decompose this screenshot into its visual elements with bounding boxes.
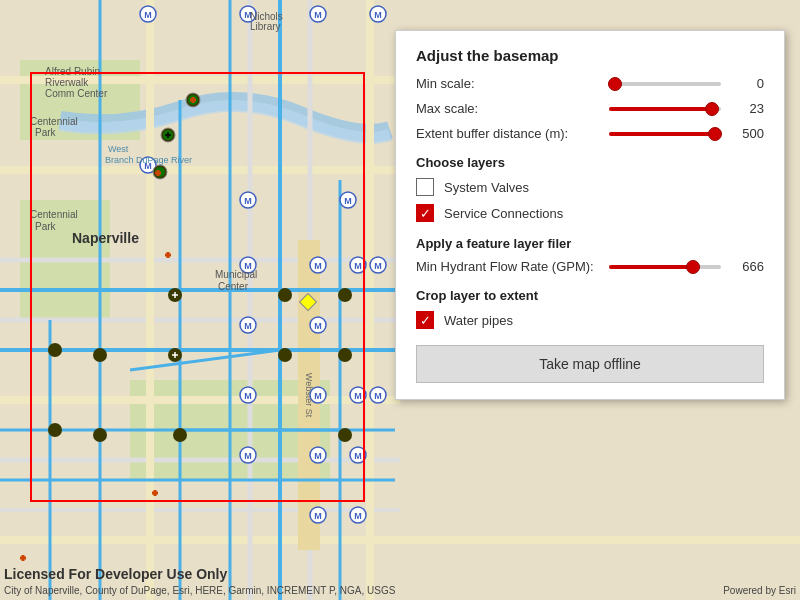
svg-text:M: M [354, 511, 362, 521]
svg-point-87 [338, 428, 352, 442]
water-pipes-row[interactable]: Water pipes [416, 311, 764, 329]
hydrant-fill [609, 265, 693, 269]
svg-point-88 [93, 428, 107, 442]
hydrant-track[interactable] [609, 265, 721, 269]
extent-label: Extent buffer distance (m): [416, 126, 601, 141]
svg-text:M: M [374, 391, 382, 401]
extent-value: 500 [729, 126, 764, 141]
system-valves-checkbox[interactable] [416, 178, 434, 196]
svg-text:Centennial: Centennial [30, 209, 78, 220]
max-scale-track[interactable] [609, 107, 721, 111]
svg-text:Municipal: Municipal [215, 269, 257, 280]
svg-text:Park: Park [35, 127, 57, 138]
svg-text:Library: Library [250, 21, 281, 32]
min-scale-thumb[interactable] [608, 77, 622, 91]
system-valves-row[interactable]: System Valves [416, 178, 764, 196]
water-pipes-label: Water pipes [444, 313, 513, 328]
crop-layer-title: Crop layer to extent [416, 288, 764, 303]
svg-text:Comm Center: Comm Center [45, 88, 108, 99]
max-scale-label: Max scale: [416, 101, 601, 116]
svg-text:M: M [354, 261, 362, 271]
min-scale-row: Min scale: 0 [416, 76, 764, 91]
svg-text:M: M [344, 196, 352, 206]
svg-text:West: West [108, 144, 129, 154]
service-connections-label: Service Connections [444, 206, 563, 221]
svg-text:Alfred Rubin: Alfred Rubin [45, 66, 100, 77]
svg-text:M: M [354, 451, 362, 461]
extent-buffer-row: Extent buffer distance (m): 500 [416, 126, 764, 141]
settings-panel: Adjust the basemap Min scale: 0 Max scal… [395, 30, 785, 400]
extent-thumb[interactable] [708, 127, 722, 141]
svg-point-84 [278, 348, 292, 362]
svg-point-91 [48, 423, 62, 437]
max-scale-fill [609, 107, 712, 111]
system-valves-label: System Valves [444, 180, 529, 195]
take-offline-button[interactable]: Take map offline [416, 345, 764, 383]
min-scale-value: 0 [729, 76, 764, 91]
svg-text:Park: Park [35, 221, 57, 232]
svg-text:Center: Center [218, 281, 249, 292]
map-attribution-left: City of Naperville, County of DuPage, Es… [4, 585, 395, 596]
svg-text:Riverwalk: Riverwalk [45, 77, 89, 88]
water-pipes-checkbox[interactable] [416, 311, 434, 329]
feature-filter-title: Apply a feature layer filer [416, 236, 764, 251]
svg-point-82 [173, 428, 187, 442]
svg-point-85 [338, 288, 352, 302]
svg-point-86 [338, 348, 352, 362]
service-connections-row[interactable]: Service Connections [416, 204, 764, 222]
hydrant-thumb[interactable] [686, 260, 700, 274]
svg-text:M: M [244, 196, 252, 206]
hydrant-flow-row: Min Hydrant Flow Rate (GPM): 666 [416, 259, 764, 274]
max-scale-row: Max scale: 23 [416, 101, 764, 116]
hydrant-label: Min Hydrant Flow Rate (GPM): [416, 259, 601, 274]
choose-layers-title: Choose layers [416, 155, 764, 170]
svg-text:M: M [314, 10, 322, 20]
adjust-basemap-title: Adjust the basemap [416, 47, 764, 64]
service-connections-checkbox[interactable] [416, 204, 434, 222]
svg-text:M: M [354, 391, 362, 401]
svg-text:M: M [314, 391, 322, 401]
svg-point-90 [48, 343, 62, 357]
svg-text:M: M [314, 511, 322, 521]
svg-text:M: M [314, 451, 322, 461]
svg-point-89 [93, 348, 107, 362]
svg-text:M: M [374, 10, 382, 20]
svg-text:M: M [244, 451, 252, 461]
svg-text:M: M [244, 321, 252, 331]
extent-fill [609, 132, 715, 136]
extent-track[interactable] [609, 132, 721, 136]
svg-text:M: M [374, 261, 382, 271]
developer-watermark: Licensed For Developer Use Only [4, 566, 227, 582]
max-scale-value: 23 [729, 101, 764, 116]
city-label: Naperville [72, 230, 139, 246]
svg-text:Centennial: Centennial [30, 116, 78, 127]
svg-point-83 [278, 288, 292, 302]
svg-text:M: M [314, 321, 322, 331]
hydrant-value: 666 [729, 259, 764, 274]
svg-text:M: M [144, 10, 152, 20]
min-scale-track[interactable] [609, 82, 721, 86]
max-scale-thumb[interactable] [705, 102, 719, 116]
map-attribution-right: Powered by Esri [723, 585, 796, 596]
svg-text:M: M [314, 261, 322, 271]
svg-text:M: M [244, 391, 252, 401]
svg-text:Branch DuPage River: Branch DuPage River [105, 155, 192, 165]
min-scale-label: Min scale: [416, 76, 601, 91]
